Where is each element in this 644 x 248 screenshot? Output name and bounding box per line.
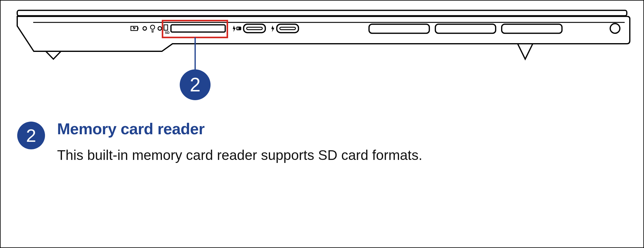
description-row: 2 Memory card reader This built-in memor… (17, 120, 627, 164)
description-badge: 2 (17, 122, 45, 149)
leader-line (195, 37, 196, 71)
svg-text:SD: SD (165, 31, 169, 34)
vent-1 (369, 24, 430, 33)
description-body: This built-in memory card reader support… (57, 146, 422, 164)
svg-rect-3 (137, 27, 138, 30)
description-title: Memory card reader (57, 120, 422, 138)
usb-c-port-2 (277, 24, 298, 33)
laptop-side-diagram: SD (13, 10, 631, 103)
vent-2 (435, 24, 496, 33)
svg-rect-0 (17, 10, 627, 16)
power-button-icon (610, 24, 620, 33)
usb-c-port-1 (244, 24, 266, 33)
description-badge-number: 2 (26, 125, 36, 146)
laptop-side-svg: SD (13, 10, 631, 103)
vent-3 (502, 24, 562, 33)
foot-right (518, 44, 533, 59)
svg-rect-10 (237, 27, 241, 30)
callout-number: 2 (190, 74, 201, 96)
svg-rect-9 (171, 25, 225, 32)
callout-badge: 2 (180, 69, 211, 100)
svg-rect-11 (237, 27, 239, 29)
foot-left (46, 51, 61, 59)
description-text: Memory card reader This built-in memory … (57, 120, 422, 164)
sd-card-slot (171, 25, 225, 32)
